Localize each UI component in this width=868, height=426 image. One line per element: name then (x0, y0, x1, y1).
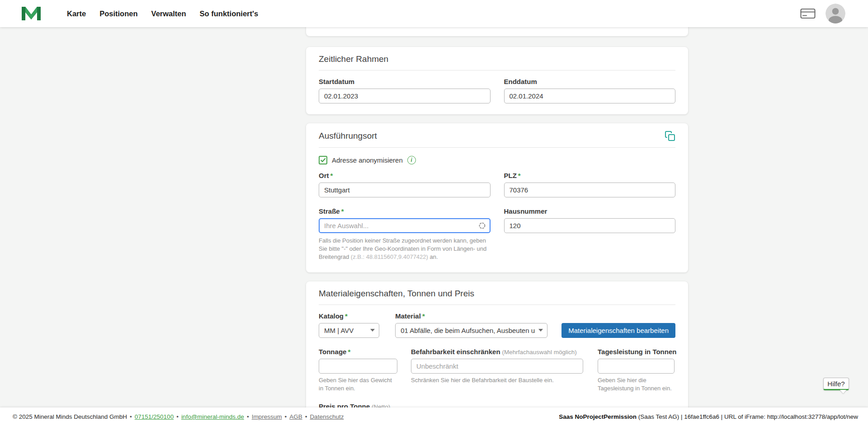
anonymize-row: Adresse anonymisieren i (319, 156, 675, 164)
required-star: * (341, 207, 344, 215)
enddatum-input[interactable] (504, 89, 676, 103)
required-star: * (345, 312, 348, 320)
main-nav: Karte Positionen Verwalten So funktionie… (67, 9, 258, 18)
befahrbarkeit-input[interactable] (411, 359, 583, 374)
logo-m-icon (21, 6, 42, 21)
material-label: Material* (395, 312, 547, 320)
footer-separator: • (176, 413, 179, 420)
edit-material-properties-button[interactable]: Materialeigenschaften bearbeiten (561, 323, 675, 338)
footer-agb-link[interactable]: AGB (289, 413, 302, 420)
footer-email-link[interactable]: info@mineral-minds.de (181, 413, 244, 420)
ort-label: Ort* (319, 172, 491, 179)
plz-input[interactable] (504, 183, 676, 197)
tagesleistung-input[interactable] (598, 359, 675, 374)
loading-spinner-icon (478, 222, 486, 229)
footer-separator: • (284, 413, 287, 420)
footer-environment-info: Saas NoProjectPermission (Saas Test AG) … (559, 413, 858, 420)
footer-env-name: Saas NoProjectPermission (559, 413, 637, 420)
footer-separator: • (305, 413, 307, 420)
required-star: * (422, 312, 425, 320)
nav-item-karte[interactable]: Karte (67, 9, 86, 18)
card-title-zeitlicher-rahmen: Zeitlicher Rahmen (319, 54, 675, 64)
footer-env-details: (Saas Test AG) | 16fae1ffc6a6 | URL of i… (637, 413, 858, 420)
footer-separator: • (130, 413, 132, 420)
footer-copyright: © 2025 Mineral Minds Deutschland GmbH (13, 413, 127, 420)
strasse-label: Straße* (319, 207, 491, 215)
footer-impressum-link[interactable]: Impressum (252, 413, 282, 420)
divider (319, 70, 675, 70)
startdatum-input[interactable] (319, 89, 491, 103)
katalog-select[interactable]: MM | AVV (319, 323, 379, 338)
befahrbarkeit-label: Befahrbarkeit einschränken(Mehrfachauswa… (411, 348, 583, 356)
divider (319, 147, 675, 148)
required-star: * (518, 172, 521, 179)
tagesleistung-helper-text: Geben Sie hier die Tagesleistung in Tonn… (598, 376, 675, 393)
plz-label: PLZ* (504, 172, 676, 179)
hausnummer-input[interactable] (504, 218, 676, 233)
tonnage-label: Tonnage* (319, 348, 397, 356)
card-ausfuehrungsort: Ausführungsort Adresse anonymisieren i (306, 123, 688, 272)
copy-icon[interactable] (665, 131, 675, 141)
tonnage-input[interactable] (319, 359, 397, 374)
info-icon[interactable]: i (407, 156, 416, 164)
divider (319, 304, 675, 305)
footer-datenschutz-link[interactable]: Datenschutz (310, 413, 344, 420)
footer-left: © 2025 Mineral Minds Deutschland GmbH • … (13, 413, 344, 420)
befahrbarkeit-hint: (Mehrfachauswahl möglich) (502, 349, 577, 356)
footer-separator: • (247, 413, 249, 420)
chevron-down-icon (538, 329, 543, 332)
help-button[interactable]: Hilfe? (823, 378, 849, 390)
header-actions (800, 4, 845, 23)
mineral-minds-logo[interactable] (21, 6, 42, 21)
startdatum-label: Startdatum (319, 78, 491, 85)
geo-coords-example: (z.B.: 48.8115607,9.4077422) (351, 253, 428, 260)
tagesleistung-label: Tagesleistung in Tonnen (598, 348, 675, 356)
required-star: * (330, 172, 333, 179)
chevron-down-icon (370, 329, 375, 332)
person-icon (826, 4, 845, 23)
tonnage-helper-text: Geben Sie hier das Gewicht in Tonnen ein… (319, 376, 397, 393)
strasse-input[interactable] (319, 218, 491, 233)
hausnummer-label: Hausnummer (504, 207, 676, 215)
top-navbar: Karte Positionen Verwalten So funktionie… (0, 0, 868, 27)
nav-item-so-funktionierts[interactable]: So funktioniert's (200, 9, 259, 18)
checkbox-check-icon (320, 157, 326, 163)
anonymize-checkbox[interactable] (319, 156, 327, 164)
footer-phone-link[interactable]: 07151/250100 (135, 413, 174, 420)
card-title-ausfuehrungsort: Ausführungsort (319, 131, 377, 141)
user-avatar[interactable] (826, 4, 845, 23)
katalog-label: Katalog* (319, 312, 379, 320)
footer: © 2025 Mineral Minds Deutschland GmbH • … (0, 407, 868, 426)
card-title-material: Materialeigenschaften, Tonnen und Preis (319, 289, 675, 299)
material-select[interactable]: 01 Abfälle, die beim Aufsuchen, Ausbeute… (395, 323, 547, 338)
anonymize-label: Adresse anonymisieren (332, 156, 403, 164)
credit-card-icon[interactable] (800, 8, 816, 19)
card-material: Materialeigenschaften, Tonnen und Preis … (306, 281, 688, 426)
form-column: Zeitlicher Rahmen Startdatum Enddatum Au… (306, 0, 688, 426)
nav-item-positionen[interactable]: Positionen (99, 9, 137, 18)
card-zeitlicher-rahmen: Zeitlicher Rahmen Startdatum Enddatum (306, 47, 688, 114)
ort-input[interactable] (319, 183, 491, 197)
strasse-helper-text: Falls die Position keiner Straße zugeord… (319, 237, 491, 262)
befahrbarkeit-helper-text: Schränken Sie hier die Befahrbarkeit der… (411, 376, 583, 384)
nav-item-verwalten[interactable]: Verwalten (151, 9, 186, 18)
enddatum-label: Enddatum (504, 78, 676, 85)
required-star: * (348, 348, 350, 356)
